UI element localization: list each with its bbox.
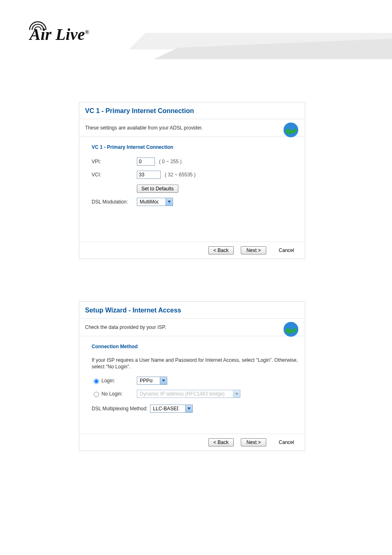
login-select[interactable]: PPPoE [137,377,167,385]
vc1-title: VC 1 - Primary Internet Connection [79,102,305,119]
dsl-mod-label: DSL Modulation: [92,199,137,205]
conn-method-para: If your ISP requires a User Name and Pas… [92,357,299,370]
vci-label: VCI: [92,172,137,178]
vpi-input[interactable] [137,157,155,166]
login-label: Login: [101,378,115,384]
vc1-cancel-button[interactable]: Cancel [274,247,299,254]
vc1-panel: VC 1 - Primary Internet Connection These… [79,102,305,259]
vc1-desc: These settings are available from your A… [85,125,203,131]
vpi-label: VPI: [92,159,137,164]
conn-method-head: Connection Method [92,344,299,349]
vpi-hint: ( 0 ~ 255 ) [159,159,182,164]
dsl-mod-select[interactable]: MultiMode [137,198,173,206]
wizard-cancel-button[interactable]: Cancel [274,439,299,446]
vci-input[interactable] [137,171,161,179]
globe-icon [283,122,299,139]
globe-icon [283,321,299,339]
login-radio[interactable] [94,379,99,384]
wizard-title: Setup Wizard - Internet Access [79,302,305,319]
wizard-next-button[interactable]: Next > [241,438,266,446]
nologin-label: No Login: [101,391,122,397]
dsl-mux-label: DSL Multiplexing Method: [92,406,148,412]
vc1-next-button[interactable]: Next > [241,246,266,254]
vc1-section-head: VC 1 - Primary Internet Connection [92,144,299,150]
header-decoration [129,33,392,75]
wizard-back-button[interactable]: < Back [208,438,234,446]
nologin-radio[interactable] [94,392,99,397]
nologin-select: Dynamic IP address (RFC1483 bridge) [137,390,240,398]
brand-logo: Air Live® [30,25,89,44]
vc1-back-button[interactable]: < Back [208,246,234,254]
dsl-mux-select[interactable]: LLC-BASED [150,405,193,413]
wizard-panel: Setup Wizard - Internet Access Check the… [79,301,305,451]
wizard-desc: Check the data provided by your ISP. [85,324,166,330]
set-defaults-button[interactable]: Set to Defaults [137,185,178,193]
vci-hint: ( 32 ~ 65535 ) [165,172,196,178]
